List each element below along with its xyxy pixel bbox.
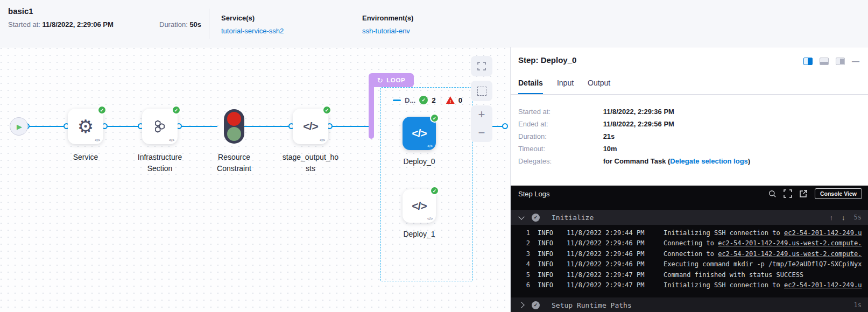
duration-label: Duration: — [159, 20, 188, 29]
fit-to-screen-button[interactable] — [471, 56, 492, 76]
environments-column: Environment(s) ssh-tutorial-env — [362, 14, 413, 35]
pipeline-name: basic1 — [8, 6, 33, 16]
pipeline-canvas[interactable]: ▶ ⚙ </> ✓ Service </> ✓ Infrastructure S… — [0, 47, 510, 312]
search-icon[interactable] — [768, 190, 777, 198]
code-icon: </> — [412, 127, 426, 140]
node-infrastructure[interactable]: </> ✓ — [142, 109, 178, 144]
log-line: 4INFO11/8/2022 2:29:46 PMExecuting comma… — [511, 259, 868, 270]
node-label: Resource Constraint — [204, 152, 264, 174]
log-host-link[interactable]: ec2-54-201-142-249.u — [784, 281, 862, 289]
chevron-right-icon[interactable] — [518, 302, 524, 308]
loop-group-header[interactable]: D... ✓ 2 ! 0 — [393, 96, 462, 104]
edge — [181, 126, 217, 127]
environment-link[interactable]: ssh-tutorial-env — [362, 27, 410, 35]
zoom-in-button[interactable]: + — [478, 109, 485, 120]
code-mini-icon: </> — [427, 144, 433, 148]
chevron-down-icon[interactable] — [518, 214, 524, 219]
step-logs-title: Step Logs — [518, 190, 550, 198]
success-badge: ✓ — [322, 105, 331, 115]
scroll-up-icon[interactable]: ↑ — [830, 214, 834, 222]
hexagons-icon — [152, 118, 168, 134]
step-logs-titlebar: Step Logs — [511, 186, 868, 202]
loop-tag: ↻ LOOP — [369, 73, 414, 87]
log-section-setup-runtime-paths[interactable]: ✓ Setup Runtime Paths 1s — [511, 297, 868, 312]
fullscreen-icon[interactable] — [784, 189, 792, 198]
delegates-text: for Command Task ( — [603, 157, 671, 165]
log-line: 3INFO11/8/2022 2:29:46 PMConnection to e… — [511, 249, 868, 259]
log-section-name: Initialize — [552, 214, 594, 222]
success-badge: ✓ — [97, 105, 107, 115]
play-icon: ▶ — [17, 123, 22, 130]
loop-tag-label: LOOP — [386, 77, 405, 83]
pipeline-start-node[interactable]: ▶ — [10, 117, 28, 136]
select-region-button[interactable] — [471, 81, 492, 101]
step-tabs: Details Input Output — [518, 79, 610, 94]
section-success-icon: ✓ — [532, 214, 540, 222]
loop-icon: ↻ — [377, 76, 384, 84]
marquee-icon — [477, 87, 486, 96]
scroll-down-icon[interactable]: ↓ — [842, 214, 845, 222]
section-controls: ↑ ↓ 5s — [830, 214, 862, 222]
log-section-initialize[interactable]: ✓ Initialize ↑ ↓ 5s — [511, 210, 868, 225]
node-deploy-1[interactable]: </> </> ✓ — [403, 189, 436, 223]
loop-group-name: D... — [405, 96, 415, 104]
gear-icon: ⚙ — [77, 117, 94, 136]
service-link[interactable]: tutorial-service-ssh2 — [221, 27, 284, 35]
tab-input[interactable]: Input — [557, 79, 574, 94]
detail-label: Delegates: — [518, 157, 601, 165]
step-details-panel: Step: Deploy_0 — Details Input Output St… — [510, 47, 868, 312]
console-view-button[interactable]: Console View — [815, 188, 862, 199]
log-line: 6INFO11/8/2022 2:29:47 PMInitializing SS… — [511, 280, 868, 291]
tab-output[interactable]: Output — [588, 79, 610, 94]
execution-header: basic1 Started at: 11/8/2022, 2:29:06 PM… — [0, 0, 868, 47]
detail-row-delegates: Delegates: for Command Task (Delegate se… — [518, 157, 750, 165]
code-icon: </> — [303, 120, 317, 133]
log-host-link[interactable]: ec2-54-201-142-249.us-west-2.compute. — [718, 250, 862, 258]
header-divider — [209, 9, 209, 39]
success-count-icon: ✓ — [419, 96, 428, 104]
code-mini-icon: </> — [95, 138, 100, 142]
success-badge: ✓ — [172, 105, 181, 115]
node-deploy-0[interactable]: </> </> ✓ — [403, 117, 436, 150]
success-badge: ✓ — [430, 114, 439, 123]
log-section-name: Setup Runtime Paths — [552, 301, 632, 309]
log-lines: 1INFO11/8/2022 2:29:44 PMInitializing SS… — [511, 228, 868, 290]
traffic-red-icon — [227, 112, 241, 126]
fit-icon — [477, 62, 486, 70]
layout-bottom-icon[interactable] — [820, 58, 829, 65]
detail-label: Started at: — [518, 108, 601, 116]
tab-details[interactable]: Details — [518, 79, 543, 94]
success-count: 2 — [432, 96, 436, 104]
zoom-controls: + − — [471, 105, 492, 142]
environments-label: Environment(s) — [362, 14, 413, 22]
log-line: 2INFO11/8/2022 2:29:46 PMConnecting to e… — [511, 238, 868, 249]
success-badge: ✓ — [430, 186, 439, 195]
delegate-selection-logs-link[interactable]: Delegate selection logs — [670, 157, 748, 165]
minimize-icon[interactable]: — — [852, 58, 859, 65]
duration-value: 50s — [189, 20, 201, 29]
code-mini-icon: </> — [169, 138, 174, 142]
log-host-link[interactable]: ec2-54-201-142-249.u — [784, 229, 862, 237]
log-host-link[interactable]: ec2-54-201-142-249.us-west-2.compute. — [718, 239, 862, 247]
layout-right-icon[interactable] — [836, 58, 845, 65]
node-service[interactable]: ⚙ </> ✓ — [68, 109, 103, 144]
pipeline-execution-page: basic1 Started at: 11/8/2022, 2:29:06 PM… — [0, 0, 868, 312]
layout-right-split-icon[interactable] — [803, 58, 813, 65]
node-stage-output-hosts[interactable]: </> </> ✓ — [293, 109, 328, 144]
open-in-new-icon[interactable] — [799, 189, 808, 198]
node-resource-constraint[interactable] — [224, 109, 244, 144]
zoom-out-button[interactable]: − — [478, 127, 485, 139]
collapse-icon[interactable] — [393, 100, 401, 101]
detail-value: 11/8/2022, 2:29:36 PM — [603, 108, 674, 116]
node-label: Infrastructure Section — [130, 152, 189, 174]
detail-row-started: Started at: 11/8/2022, 2:29:36 PM — [518, 108, 674, 116]
edge — [331, 126, 369, 127]
step-logs-panel: Step Logs — [511, 186, 868, 312]
detail-value: 21s — [603, 132, 615, 140]
loop-bar — [369, 85, 374, 139]
detail-value: 11/8/2022, 2:29:56 PM — [603, 120, 674, 128]
connector-dot — [502, 123, 508, 129]
node-label: Deploy_0 — [387, 156, 451, 167]
services-column: Service(s) tutorial-service-ssh2 — [221, 14, 284, 35]
detail-label: Ended at: — [518, 120, 601, 128]
